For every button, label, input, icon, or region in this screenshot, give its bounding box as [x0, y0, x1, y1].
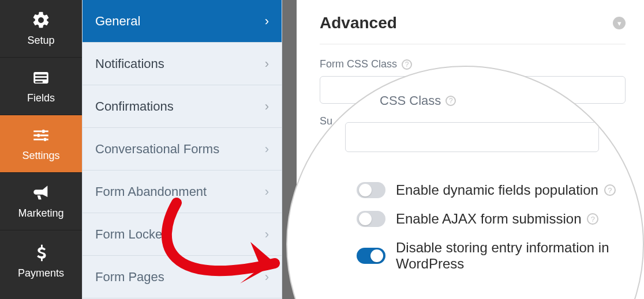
settings-item-form-pages[interactable]: Form Pages › — [83, 256, 282, 298]
svg-rect-3 — [35, 81, 43, 83]
toggle-ajax-submission: Enable AJAX form submission ? — [357, 211, 643, 227]
nav-label: Setup — [27, 35, 54, 47]
svg-point-6 — [43, 138, 47, 141]
svg-rect-1 — [35, 74, 47, 76]
nav-label: Fields — [27, 92, 55, 104]
nav-label: Settings — [22, 150, 59, 162]
toggle-disable-storing: Disable storing entry information in Wor… — [357, 240, 643, 272]
bullhorn-icon — [31, 183, 51, 203]
toggle-switch[interactable] — [357, 182, 385, 198]
svg-point-4 — [42, 130, 45, 133]
chevron-right-icon: › — [265, 270, 269, 285]
settings-item-label: Notifications — [95, 56, 164, 71]
settings-item-general[interactable]: General › — [83, 0, 282, 43]
settings-item-conversational-forms[interactable]: Conversational Forms › — [83, 128, 282, 171]
toggle-switch[interactable] — [357, 211, 385, 227]
settings-item-label: Form Locker — [95, 227, 166, 242]
chevron-right-icon: › — [265, 142, 269, 157]
nav-item-fields[interactable]: Fields — [0, 58, 82, 115]
toggle-label-text: Enable AJAX form submission — [396, 211, 581, 227]
settings-item-label: General — [95, 14, 140, 29]
nav-item-payments[interactable]: Payments — [0, 230, 82, 299]
settings-item-label: Form Pages — [95, 270, 164, 285]
nav-item-settings[interactable]: Settings — [0, 115, 82, 173]
help-icon: ? — [445, 96, 456, 106]
settings-item-confirmations[interactable]: Confirmations › — [83, 85, 282, 128]
toggle-label-text: Disable storing entry information in Wor… — [396, 240, 643, 272]
svg-rect-2 — [35, 78, 47, 80]
settings-item-label: Form Abandonment — [95, 184, 207, 199]
settings-submenu: General › Notifications › Confirmations … — [82, 0, 282, 299]
field-label-text: Form CSS Class — [320, 58, 397, 70]
help-icon[interactable]: ? — [604, 184, 616, 196]
chevron-down-icon: ▾ — [613, 17, 626, 29]
nav-label: Marketing — [18, 207, 63, 219]
help-icon[interactable]: ? — [587, 213, 598, 225]
chevron-right-icon: › — [265, 14, 269, 29]
chevron-right-icon: › — [265, 99, 269, 114]
fields-icon — [31, 68, 51, 88]
primary-nav: Setup Fields Settings Marketing Payments — [0, 0, 82, 299]
sliders-icon — [31, 126, 51, 145]
section-header[interactable]: Advanced ▾ — [320, 14, 626, 44]
toggle-dynamic-fields: Enable dynamic fields population ? — [357, 182, 643, 198]
zoom-text-input[interactable] — [345, 122, 599, 152]
chevron-right-icon: › — [265, 184, 269, 199]
dollar-icon — [31, 243, 51, 263]
settings-item-notifications[interactable]: Notifications › — [83, 43, 282, 85]
settings-item-form-locker[interactable]: Form Locker › — [83, 213, 282, 256]
settings-item-form-abandonment[interactable]: Form Abandonment › — [83, 171, 282, 213]
chevron-right-icon: › — [265, 56, 269, 71]
settings-item-label: Confirmations — [95, 99, 174, 114]
zoom-css-label: CSS Class — [380, 93, 441, 108]
settings-item-label: Conversational Forms — [95, 142, 219, 157]
help-icon[interactable]: ? — [402, 59, 412, 70]
nav-label: Payments — [18, 267, 64, 279]
gear-icon — [31, 10, 51, 30]
section-title: Advanced — [320, 14, 397, 32]
toggle-switch[interactable] — [357, 248, 385, 264]
nav-item-setup[interactable]: Setup — [0, 0, 82, 58]
chevron-right-icon: › — [265, 227, 269, 242]
toggle-label-text: Enable dynamic fields population — [396, 182, 598, 198]
svg-point-5 — [37, 134, 40, 137]
nav-item-marketing[interactable]: Marketing — [0, 173, 82, 230]
